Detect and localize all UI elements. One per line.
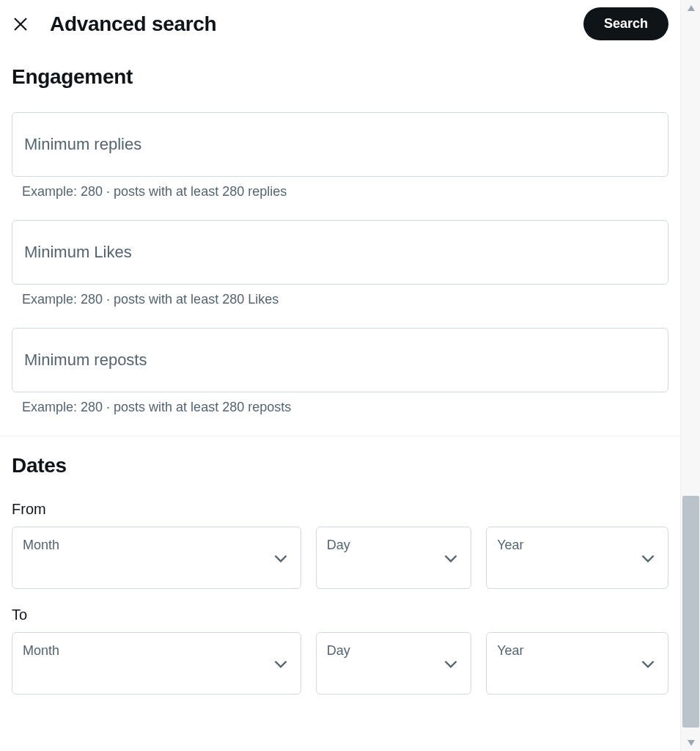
engagement-section: Engagement Example: 280 · posts with at … [0, 65, 680, 415]
engagement-section-title: Engagement [12, 65, 668, 89]
scrollbar-arrow-down-icon[interactable] [681, 735, 700, 751]
minimum-likes-helper: Example: 280 · posts with at least 280 L… [12, 292, 668, 307]
minimum-replies-input[interactable] [12, 112, 668, 177]
from-day-select[interactable]: Day [316, 527, 471, 589]
svg-marker-2 [688, 5, 695, 11]
chevron-down-icon [271, 654, 290, 673]
select-label: Month [23, 643, 59, 659]
from-date-label: From [12, 501, 668, 518]
minimum-likes-field: Example: 280 · posts with at least 280 L… [12, 220, 668, 307]
chevron-down-icon [441, 549, 460, 568]
close-icon[interactable] [12, 15, 29, 33]
chevron-down-icon [638, 549, 657, 568]
scrollbar-thumb[interactable] [682, 496, 699, 728]
scrollbar-arrow-up-icon[interactable] [681, 0, 700, 16]
minimum-reposts-input[interactable] [12, 328, 668, 392]
minimum-reposts-helper: Example: 280 · posts with at least 280 r… [12, 400, 668, 415]
svg-marker-3 [688, 740, 695, 746]
select-label: Year [497, 643, 523, 659]
minimum-reposts-field: Example: 280 · posts with at least 280 r… [12, 328, 668, 415]
select-label: Day [327, 538, 350, 553]
to-date-row: Month Day Year [12, 632, 668, 695]
section-divider [0, 436, 680, 436]
minimum-replies-helper: Example: 280 · posts with at least 280 r… [12, 184, 668, 199]
to-year-select[interactable]: Year [486, 632, 668, 695]
search-button[interactable]: Search [583, 7, 668, 40]
to-month-select[interactable]: Month [12, 632, 301, 695]
select-label: Day [327, 643, 350, 659]
vertical-scrollbar[interactable] [680, 0, 700, 751]
dates-section-title: Dates [12, 454, 668, 477]
modal-header: Advanced search Search [0, 0, 680, 48]
select-label: Year [497, 538, 523, 553]
from-date-row: Month Day Year [12, 527, 668, 589]
from-month-select[interactable]: Month [12, 527, 301, 589]
minimum-replies-field: Example: 280 · posts with at least 280 r… [12, 112, 668, 199]
chevron-down-icon [638, 654, 657, 673]
minimum-likes-input[interactable] [12, 220, 668, 285]
chevron-down-icon [441, 654, 460, 673]
select-label: Month [23, 538, 59, 553]
chevron-down-icon [271, 549, 290, 568]
dates-section: Dates From Month Day Year T [0, 454, 680, 695]
to-day-select[interactable]: Day [316, 632, 471, 695]
page-title: Advanced search [50, 12, 563, 36]
from-year-select[interactable]: Year [486, 527, 668, 589]
to-date-label: To [12, 607, 668, 623]
